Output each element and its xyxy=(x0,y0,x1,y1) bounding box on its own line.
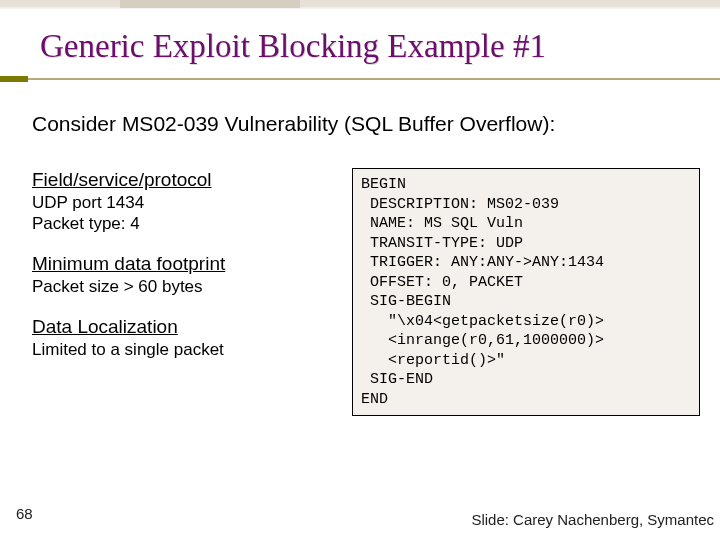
footprint-line1: Packet size > 60 bytes xyxy=(32,276,332,297)
code-block: BEGIN DESCRIPTION: MS02-039 NAME: MS SQL… xyxy=(352,168,700,416)
section-body-localization: Limited to a single packet xyxy=(32,339,332,360)
field-line1: UDP port 1434 xyxy=(32,192,332,213)
section-head-field: Field/service/protocol xyxy=(32,168,332,192)
section-body-footprint: Packet size > 60 bytes xyxy=(32,276,332,297)
localization-line1: Limited to a single packet xyxy=(32,339,332,360)
slide-credit: Slide: Carey Nachenberg, Symantec xyxy=(471,511,714,528)
field-line2: Packet type: 4 xyxy=(32,213,332,234)
section-body-field: UDP port 1434 Packet type: 4 xyxy=(32,192,332,235)
slide-title: Generic Exploit Blocking Example #1 xyxy=(40,28,546,71)
section-head-localization: Data Localization xyxy=(32,315,332,339)
intro-text: Consider MS02-039 Vulnerability (SQL Buf… xyxy=(32,112,555,136)
title-rule xyxy=(0,76,720,82)
left-column: Field/service/protocol UDP port 1434 Pac… xyxy=(32,168,332,378)
top-decoration xyxy=(0,0,720,10)
page-number: 68 xyxy=(16,505,33,522)
section-head-footprint: Minimum data footprint xyxy=(32,252,332,276)
